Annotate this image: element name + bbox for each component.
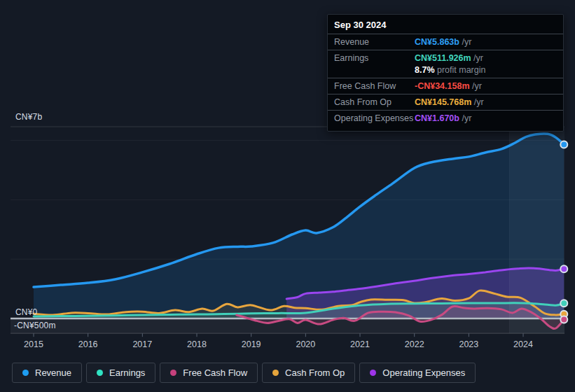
tooltip-label: Earnings	[334, 52, 415, 76]
x-tick-label-2021: 2021	[350, 340, 370, 349]
tooltip-value: -CN¥34.158m	[415, 81, 470, 91]
tooltip-row-earnings: Earnings CN¥511.926m /yr 8.7% profit mar…	[328, 50, 563, 78]
tooltip-row-revenue: Revenue CN¥5.863b /yr	[328, 34, 563, 50]
legend-item-earnings[interactable]: Earnings	[86, 363, 155, 383]
legend-item-cash-from-op[interactable]: Cash From Op	[262, 363, 355, 383]
tooltip-label: Free Cash Flow	[334, 80, 415, 92]
series-endpoint-earnings	[560, 300, 567, 307]
chart-legend: RevenueEarningsFree Cash FlowCash From O…	[12, 363, 476, 383]
legend-dot-cash-from-op	[272, 370, 279, 376]
series-endpoint-free-cash-flow	[560, 316, 567, 323]
tooltip-value: CN¥145.768m	[415, 97, 471, 107]
tooltip-value-suffix: /yr	[471, 53, 483, 63]
legend-label: Free Cash Flow	[183, 368, 247, 378]
legend-dot-revenue	[22, 370, 29, 376]
tooltip-label: Operating Expenses	[334, 113, 415, 124]
x-tick-label-2015: 2015	[24, 340, 43, 349]
series-endpoint-operating-expenses	[560, 265, 567, 272]
x-tick-label-2024: 2024	[513, 340, 533, 349]
x-tick-label-2017: 2017	[132, 340, 152, 349]
tooltip-row-cash-from-op: Cash From Op CN¥145.768m /yr	[328, 94, 563, 110]
series-endpoint-revenue	[560, 141, 567, 148]
legend-item-free-cash-flow[interactable]: Free Cash Flow	[160, 363, 258, 383]
x-tick-label-2016: 2016	[78, 340, 98, 349]
tooltip-value: CN¥511.926m	[415, 53, 471, 63]
x-tick-label-2020: 2020	[296, 340, 315, 349]
tooltip-row-free-cash-flow: Free Cash Flow -CN¥34.158m /yr	[328, 78, 563, 94]
tooltip-value-suffix: /yr	[459, 113, 471, 123]
y-axis-label-negative: -CN¥500m	[14, 321, 56, 330]
negative-zone	[11, 319, 564, 333]
legend-item-revenue[interactable]: Revenue	[12, 363, 82, 383]
x-tick-label-2023: 2023	[459, 340, 478, 349]
tooltip-label: Cash From Op	[334, 97, 415, 108]
tooltip-row-operating-expenses: Operating Expenses CN¥1.670b /yr	[328, 110, 563, 126]
y-axis-label-zero: CN¥0	[15, 307, 37, 317]
y-axis-label-max: CN¥7b	[15, 112, 42, 122]
tooltip-profit-margin: 8.7% profit margin	[415, 64, 485, 76]
legend-dot-earnings	[97, 370, 103, 376]
legend-label: Earnings	[109, 368, 145, 378]
legend-label: Revenue	[35, 368, 71, 378]
tooltip-date: Sep 30 2024	[328, 15, 563, 34]
x-tick-label-2019: 2019	[242, 340, 261, 349]
legend-label: Operating Expenses	[382, 368, 465, 378]
legend-item-operating-expenses[interactable]: Operating Expenses	[359, 363, 476, 383]
tooltip-value: CN¥1.670b	[415, 113, 459, 123]
legend-dot-free-cash-flow	[170, 370, 176, 376]
tooltip-value-suffix: /yr	[470, 81, 482, 91]
tooltip-value-suffix: /yr	[459, 37, 471, 47]
financial-history-chart: 2015201620172018201920202021202220232024…	[0, 0, 575, 392]
x-tick-label-2018: 2018	[187, 340, 207, 349]
legend-dot-operating-expenses	[370, 370, 376, 376]
chart-tooltip: Sep 30 2024 Revenue CN¥5.863b /yr Earnin…	[327, 14, 564, 132]
legend-label: Cash From Op	[285, 368, 345, 378]
x-tick-label-2022: 2022	[405, 340, 424, 349]
tooltip-value-suffix: /yr	[471, 97, 483, 107]
tooltip-label: Revenue	[334, 36, 415, 48]
tooltip-value: CN¥5.863b	[415, 37, 459, 47]
